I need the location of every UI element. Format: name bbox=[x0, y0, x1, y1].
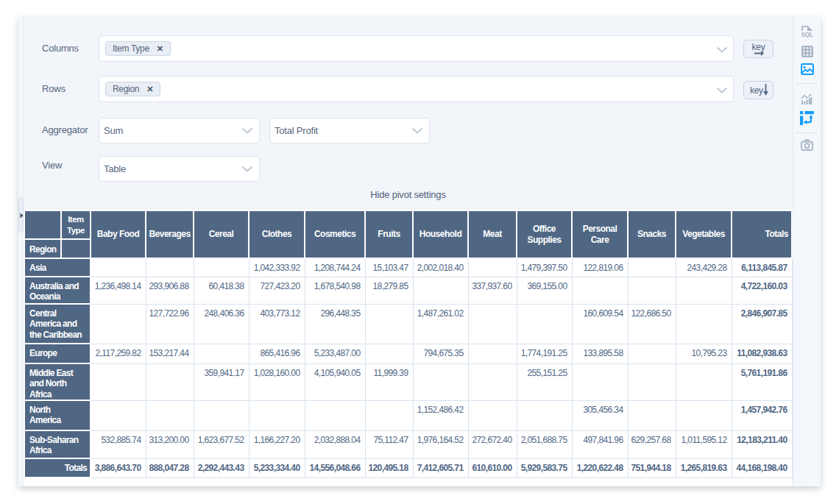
svg-text:SQL: SQL bbox=[801, 32, 813, 38]
